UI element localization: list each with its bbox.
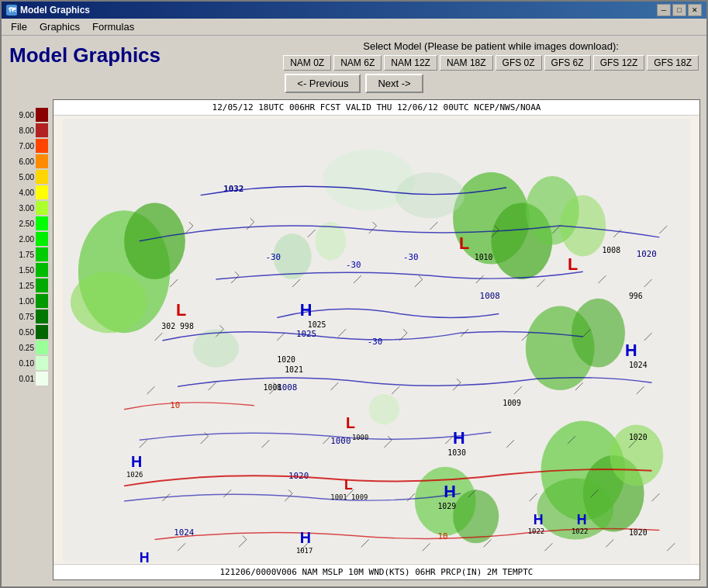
scale-item: 0.01 [9, 371, 48, 386]
model-select-section: Select Model (Please be patient while im… [283, 40, 699, 71]
svg-text:1009: 1009 [503, 399, 521, 407]
svg-text:1000: 1000 [352, 434, 368, 441]
scale-item: 5.00 [9, 169, 48, 185]
svg-text:-30: -30 [403, 252, 419, 262]
btn-nam-0z[interactable]: NAM 0Z [283, 55, 331, 71]
scale-item: 4.00 [9, 185, 48, 200]
svg-text:1032: 1032 [223, 184, 243, 194]
scale-color-box [36, 341, 48, 355]
menu-graphics[interactable]: Graphics [33, 19, 86, 34]
svg-text:1022: 1022 [572, 527, 588, 535]
svg-text:1022: 1022 [528, 527, 544, 535]
scale-label: 6.00 [9, 157, 34, 166]
scale-label: 7.00 [9, 142, 34, 150]
svg-text:H: H [577, 512, 587, 527]
scale-item: 8.00 [9, 123, 48, 138]
svg-text:1017: 1017 [296, 547, 313, 555]
svg-text:-30: -30 [346, 260, 361, 270]
app-title: Model Graphics [9, 43, 161, 67]
scale-item: 6.00 [9, 154, 48, 169]
maximize-button[interactable]: □ [672, 4, 686, 16]
menu-bar: File Graphics Formulas [2, 19, 706, 36]
scale-label: 0.25 [9, 344, 34, 352]
menu-file[interactable]: File [5, 19, 33, 34]
weather-map-svg: 1032 1020 1008 1025 1008 [54, 119, 699, 562]
main-window: 🗺 Model Graphics ─ □ ✕ File Graphics For… [0, 0, 708, 588]
btn-nam-6z[interactable]: NAM 6Z [333, 55, 382, 71]
svg-text:H: H [131, 453, 142, 470]
window-icon: 🗺 [6, 5, 17, 16]
btn-gfs-18z[interactable]: GFS 18Z [647, 55, 699, 71]
scale-color-box [36, 185, 48, 199]
scale-item: 1.25 [9, 278, 48, 293]
svg-text:1001 1009: 1001 1009 [330, 493, 368, 501]
scale-color-box [36, 294, 48, 308]
scale-label: 1.25 [9, 282, 34, 290]
scale-label: 9.00 [9, 111, 34, 119]
svg-text:L: L [176, 300, 186, 320]
map-body: 1032 1020 1008 1025 1008 [54, 119, 699, 562]
nav-row: <- Previous Next -> [9, 74, 699, 93]
scale-item: 3.00 [9, 200, 48, 216]
scale-color-box [36, 232, 48, 246]
svg-text:1030: 1030 [447, 448, 466, 457]
scale-item: 1.00 [9, 293, 48, 309]
svg-point-16 [453, 489, 499, 543]
svg-text:1029: 1029 [437, 502, 456, 510]
svg-text:1020: 1020 [629, 528, 648, 537]
svg-text:1020: 1020 [288, 471, 309, 481]
svg-text:H: H [300, 529, 311, 546]
svg-text:-30: -30 [368, 337, 383, 347]
btn-nam-18z[interactable]: NAM 18Z [440, 55, 493, 71]
svg-text:10: 10 [170, 400, 180, 410]
header-area: Model Graphics Select Model (Please be p… [2, 36, 706, 96]
scale-color-box [36, 123, 48, 137]
scale-color-box [36, 372, 48, 386]
scale-color-box [36, 356, 48, 370]
scale-color-box [36, 216, 48, 230]
scale-color-box [36, 325, 48, 339]
scale-label: 1.75 [9, 251, 34, 259]
svg-text:1026: 1026 [126, 471, 143, 479]
scale-item: 0.75 [9, 309, 48, 324]
btn-gfs-12z[interactable]: GFS 12Z [593, 55, 645, 71]
scale-color-box [36, 170, 48, 184]
scale-color-box [36, 263, 48, 277]
svg-text:1008: 1008 [264, 383, 282, 392]
btn-gfs-6z[interactable]: GFS 6Z [544, 55, 591, 71]
menu-formulas[interactable]: Formulas [86, 19, 140, 34]
title-bar: 🗺 Model Graphics ─ □ ✕ [2, 2, 706, 19]
scale-item: 0.25 [9, 340, 48, 355]
prev-button[interactable]: <- Previous [285, 74, 361, 93]
svg-text:996: 996 [629, 292, 643, 300]
svg-text:L: L [346, 414, 355, 431]
btn-nam-12z[interactable]: NAM 12Z [384, 55, 437, 71]
svg-text:L: L [344, 477, 353, 493]
svg-text:-30: -30 [265, 252, 281, 262]
svg-text:1020: 1020 [277, 355, 295, 364]
svg-text:1008: 1008 [602, 246, 620, 254]
btn-gfs-0z[interactable]: GFS 0Z [496, 55, 542, 71]
scale-label: 5.00 [9, 173, 34, 182]
minimize-button[interactable]: ─ [657, 4, 671, 16]
scale-label: 0.01 [9, 375, 34, 383]
window-title: Model Graphics [20, 5, 90, 16]
map-title: 12/05/12 18UTC 006HR FCST VALID THU 12/0… [54, 100, 699, 116]
color-scale-legend: 9.008.007.006.005.004.003.002.502.001.75… [8, 99, 48, 580]
svg-text:1020: 1020 [629, 433, 648, 441]
svg-text:1010: 1010 [475, 253, 493, 261]
scale-label: 1.00 [9, 297, 34, 306]
svg-text:L: L [459, 233, 469, 253]
close-button[interactable]: ✕ [688, 4, 702, 16]
scale-label: 8.00 [9, 126, 34, 135]
scale-item: 2.00 [9, 231, 48, 247]
scale-item: 0.50 [9, 324, 48, 340]
header-top: Model Graphics Select Model (Please be p… [9, 40, 699, 71]
next-button[interactable]: Next -> [365, 74, 423, 93]
scale-label: 4.00 [9, 189, 34, 197]
scale-item: 7.00 [9, 138, 48, 154]
svg-point-10 [572, 299, 625, 368]
scale-item: 2.50 [9, 216, 48, 231]
svg-text:1025: 1025 [308, 320, 326, 329]
svg-point-20 [369, 394, 399, 424]
